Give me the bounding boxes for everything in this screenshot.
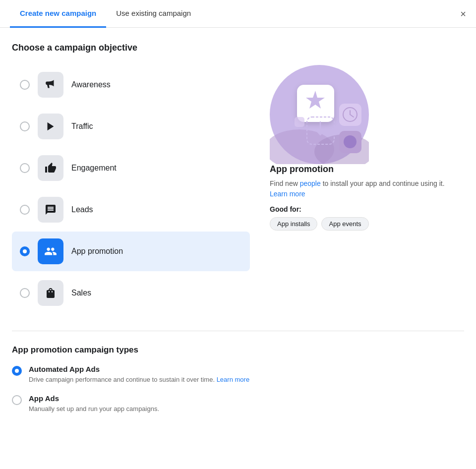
radio-traffic[interactable]	[20, 121, 30, 131]
tab-bar: Create new campaign Use existing campaig…	[0, 0, 476, 28]
svg-rect-14	[295, 117, 304, 127]
engagement-label: Engagement	[71, 164, 117, 173]
app-promotion-icon-box	[38, 238, 63, 264]
section-title: Choose a campaign objective	[12, 43, 464, 53]
app-ads-info: App Ads Manually set up and run your app…	[29, 394, 159, 413]
illustration-wrapper	[270, 65, 369, 164]
tab-create-new[interactable]: Create new campaign	[10, 0, 106, 28]
tag-app-events: App events	[321, 217, 368, 231]
good-for-label: Good for:	[270, 205, 464, 213]
promo-text: Find new people to install your app and …	[270, 178, 464, 199]
leads-label: Leads	[71, 205, 93, 214]
svg-marker-0	[48, 122, 54, 131]
learn-more-link-2[interactable]: Learn more	[217, 376, 249, 383]
traffic-icon-box	[38, 114, 63, 139]
svg-point-13	[344, 135, 357, 148]
people-link[interactable]: people	[300, 179, 321, 187]
main-content: Choose a campaign objective Awareness	[0, 28, 476, 438]
app-ads-title: App Ads	[29, 394, 159, 403]
main-layout: Awareness Traffic	[12, 65, 464, 315]
automated-app-ads-info: Automated App Ads Drive campaign perform…	[29, 365, 249, 384]
campaign-types-title: App promotion campaign types	[12, 345, 464, 355]
awareness-label: Awareness	[71, 80, 111, 89]
right-panel: App promotion Find new people to install…	[270, 65, 464, 315]
radio-sales[interactable]	[20, 288, 30, 298]
objective-awareness[interactable]: Awareness	[12, 65, 250, 105]
campaign-type-app-ads[interactable]: App Ads Manually set up and run your app…	[12, 394, 464, 413]
automated-app-ads-title: Automated App Ads	[29, 365, 249, 373]
close-button[interactable]: ×	[460, 9, 466, 19]
app-ads-desc: Manually set up and run your app campaig…	[29, 405, 159, 413]
radio-app-ads[interactable]	[12, 395, 22, 405]
app-promotion-label: App promotion	[71, 247, 123, 256]
radio-leads[interactable]	[20, 205, 30, 215]
campaign-type-automated[interactable]: Automated App Ads Drive campaign perform…	[12, 365, 464, 384]
objective-leads[interactable]: Leads	[12, 190, 250, 230]
radio-app-promotion[interactable]	[20, 246, 30, 256]
objective-app-promotion[interactable]: App promotion	[12, 232, 250, 271]
awareness-icon-box	[38, 72, 63, 98]
promo-title: App promotion	[270, 164, 464, 175]
automated-app-ads-desc: Drive campaign performance and continue …	[29, 375, 249, 384]
objective-engagement[interactable]: Engagement	[12, 148, 250, 188]
campaign-types-section: App promotion campaign types Automated A…	[12, 331, 464, 413]
objective-sales[interactable]: Sales	[12, 273, 250, 313]
radio-automated-app-ads[interactable]	[12, 366, 22, 376]
objective-traffic[interactable]: Traffic	[12, 107, 250, 146]
tag-app-installs: App installs	[270, 217, 317, 231]
promo-description: App promotion Find new people to install…	[270, 164, 464, 231]
radio-engagement[interactable]	[20, 163, 30, 173]
tags-container: App installs App events	[270, 217, 464, 231]
radio-awareness[interactable]	[20, 80, 30, 90]
learn-more-link-1[interactable]: Learn more	[270, 190, 305, 198]
tab-use-existing[interactable]: Use existing campaign	[106, 0, 201, 28]
sales-icon-box	[38, 280, 63, 306]
sales-label: Sales	[71, 289, 91, 297]
leads-icon-box	[38, 197, 63, 223]
traffic-label: Traffic	[71, 122, 93, 131]
engagement-icon-box	[38, 155, 63, 181]
objectives-list: Awareness Traffic	[12, 65, 250, 315]
